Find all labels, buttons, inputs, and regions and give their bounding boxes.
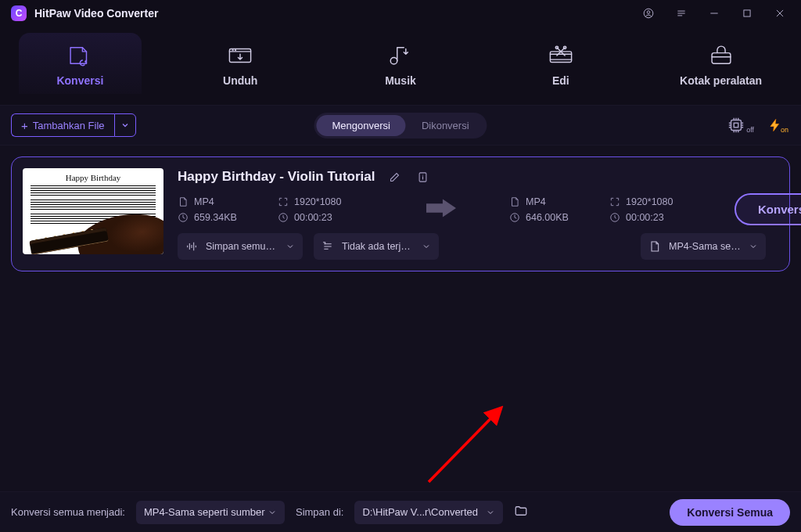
titlebar: C HitPaw Video Converter xyxy=(0,0,801,27)
source-size: 659.34KB xyxy=(194,212,237,223)
segment-converting[interactable]: Mengonversi xyxy=(316,115,405,136)
file-card: Happy Birthday Happy Birthday - Violin T… xyxy=(11,156,790,271)
svg-point-1 xyxy=(647,11,650,13)
target-size: 646.00KB xyxy=(526,212,569,223)
subtitle-dropdown[interactable]: Tidak ada terjem... xyxy=(314,233,439,260)
account-icon[interactable] xyxy=(632,0,665,27)
plus-icon: + xyxy=(21,120,28,131)
thumbnail-title: Happy Birthday xyxy=(23,173,163,182)
function-tabs: Konversi Unduh Musik Edi Kotak peralatan xyxy=(0,27,801,105)
add-file-button[interactable]: + Tambahkan File xyxy=(11,113,114,137)
open-folder-button[interactable] xyxy=(514,504,528,520)
svg-point-4 xyxy=(232,50,233,51)
svg-rect-7 xyxy=(550,52,571,63)
tab-label: Konversi xyxy=(56,74,103,87)
convert-button[interactable]: Konversi xyxy=(735,193,801,225)
svg-point-6 xyxy=(390,58,397,65)
save-to-value: D:\HitPaw V...r\Converted xyxy=(362,506,478,518)
hardware-accel-state: off xyxy=(746,126,754,134)
source-duration: 00:00:23 xyxy=(294,212,332,223)
annotation-arrow xyxy=(422,404,516,491)
footer: Konversi semua menjadi: MP4-Sama seperti… xyxy=(0,491,801,532)
tab-kotak-peralatan[interactable]: Kotak peralatan xyxy=(641,27,801,105)
convert-all-button[interactable]: Konversi Semua xyxy=(670,499,790,526)
status-segment: Mengonversi Dikonversi xyxy=(314,113,487,138)
edit-title-button[interactable] xyxy=(386,168,404,185)
svg-line-18 xyxy=(429,408,501,482)
toolbar: + Tambahkan File Mengonversi Dikonversi … xyxy=(0,105,801,146)
target-resolution: 1920*1080 xyxy=(626,196,673,207)
svg-rect-12 xyxy=(734,123,738,128)
target-meta: MP4 1920*1080 646.00KB 00:00:23 xyxy=(509,196,705,223)
content-area: Happy Birthday Happy Birthday - Violin T… xyxy=(0,146,801,491)
output-format-dropdown[interactable]: MP4-Sama seper... xyxy=(641,233,766,260)
tab-unduh[interactable]: Unduh xyxy=(160,27,321,105)
video-thumbnail[interactable]: Happy Birthday xyxy=(23,168,163,254)
file-title: Happy Birthday - Violin Tutorial xyxy=(178,169,375,185)
meta-row: MP4 1920*1080 659.34KB 00:00:23 MP4 1920… xyxy=(178,193,801,225)
source-format: MP4 xyxy=(194,196,214,207)
segment-converted[interactable]: Dikonversi xyxy=(406,115,485,136)
options-row: Simpan semua tr... Tidak ada terjem... M… xyxy=(178,233,801,260)
tab-label: Unduh xyxy=(223,74,257,87)
arrow-icon xyxy=(426,199,456,220)
turbo-toggle[interactable]: on xyxy=(768,117,790,134)
tab-label: Edi xyxy=(552,74,569,87)
hardware-accel-toggle[interactable]: off xyxy=(727,117,754,134)
svg-rect-2 xyxy=(744,10,750,16)
source-meta: MP4 1920*1080 659.34KB 00:00:23 xyxy=(178,196,373,223)
file-info-button[interactable] xyxy=(415,168,432,185)
close-button[interactable] xyxy=(763,0,796,27)
tab-label: Kotak peralatan xyxy=(680,74,762,87)
svg-point-5 xyxy=(235,50,236,51)
audio-track-label: Simpan semua tr... xyxy=(206,241,278,252)
turbo-state: on xyxy=(781,126,788,134)
tab-label: Musik xyxy=(385,74,416,87)
app-title: HitPaw Video Converter xyxy=(34,7,158,20)
add-file-dropdown[interactable] xyxy=(114,113,136,137)
convert-all-to-label: Konversi semua menjadi: xyxy=(11,506,125,518)
maximize-button[interactable] xyxy=(731,0,763,27)
tab-edi[interactable]: Edi xyxy=(480,27,641,105)
convert-all-to-dropdown[interactable]: MP4-Sama seperti sumber xyxy=(136,501,285,524)
svg-rect-10 xyxy=(712,53,731,64)
save-to-dropdown[interactable]: D:\HitPaw V...r\Converted xyxy=(354,501,503,524)
add-file-group: + Tambahkan File xyxy=(11,113,136,137)
save-to-label: Simpan di: xyxy=(296,506,343,518)
source-resolution: 1920*1080 xyxy=(294,196,341,207)
menu-icon[interactable] xyxy=(665,0,698,27)
subtitle-label: Tidak ada terjem... xyxy=(342,241,414,252)
convert-all-to-value: MP4-Sama seperti sumber xyxy=(144,506,265,518)
target-duration: 00:00:23 xyxy=(626,212,664,223)
target-format: MP4 xyxy=(526,196,546,207)
output-format-label: MP4-Sama seper... xyxy=(669,241,741,252)
tab-musik[interactable]: Musik xyxy=(321,27,481,105)
svg-rect-11 xyxy=(731,120,742,131)
app-logo: C xyxy=(11,5,27,21)
tab-konversi[interactable]: Konversi xyxy=(0,27,160,105)
audio-track-dropdown[interactable]: Simpan semua tr... xyxy=(178,233,303,260)
add-file-label: Tambahkan File xyxy=(33,120,105,131)
minimize-button[interactable] xyxy=(698,0,731,27)
card-main: Happy Birthday - Violin Tutorial MP4 192… xyxy=(178,168,801,260)
